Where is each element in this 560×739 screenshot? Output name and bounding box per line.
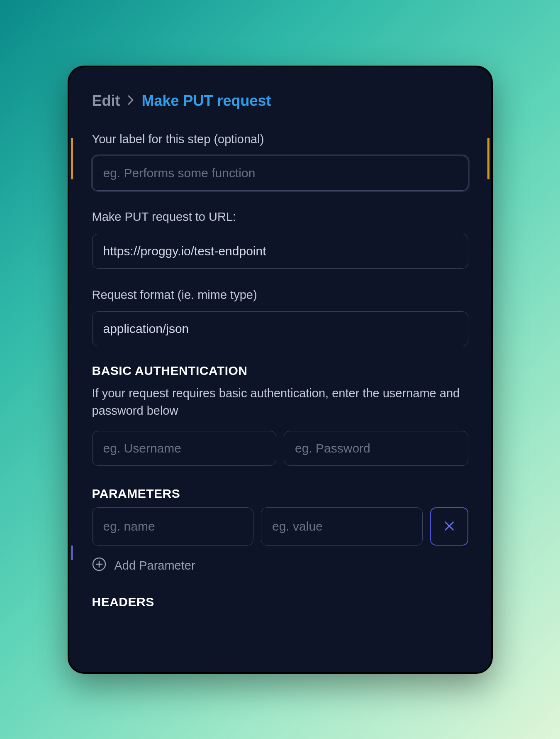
- step-label-label: Your label for this step (optional): [92, 130, 468, 149]
- add-parameter-label: Add Parameter: [114, 559, 195, 573]
- auth-password-input[interactable]: [284, 431, 468, 466]
- step-label-input[interactable]: [92, 156, 468, 191]
- chevron-right-icon: [128, 94, 134, 108]
- edit-step-modal: Edit Make PUT request Your label for thi…: [68, 66, 493, 674]
- breadcrumb-root[interactable]: Edit: [92, 92, 120, 110]
- headers-heading: HEADERS: [92, 595, 468, 609]
- url-input[interactable]: [92, 234, 468, 269]
- auth-username-input[interactable]: [92, 431, 277, 466]
- close-icon: [443, 520, 455, 533]
- format-input[interactable]: [92, 311, 468, 346]
- edge-accent: [71, 138, 73, 179]
- add-parameter-button[interactable]: Add Parameter: [92, 557, 195, 574]
- auth-heading: BASIC AUTHENTICATION: [92, 364, 468, 378]
- breadcrumb-current: Make PUT request: [142, 92, 271, 110]
- edge-accent: [487, 138, 489, 179]
- param-name-input[interactable]: [92, 507, 254, 546]
- param-value-input[interactable]: [261, 507, 423, 546]
- edge-accent: [71, 546, 73, 560]
- delete-param-button[interactable]: [430, 507, 468, 546]
- url-label: Make PUT request to URL:: [92, 208, 468, 226]
- parameters-heading: PARAMETERS: [92, 487, 468, 501]
- plus-circle-icon: [92, 557, 106, 574]
- format-label: Request format (ie. mime type): [92, 286, 468, 304]
- breadcrumb: Edit Make PUT request: [92, 92, 468, 110]
- auth-description: If your request requires basic authentic…: [92, 384, 468, 419]
